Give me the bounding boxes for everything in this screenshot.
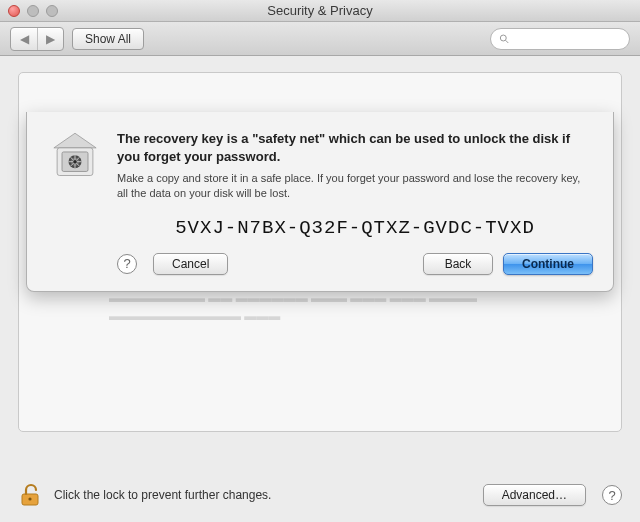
recovery-key-value: 5VXJ-N7BX-Q32F-QTXZ-GVDC-TVXD [117,217,593,239]
traffic-lights [8,5,58,17]
safe-icon [47,130,103,275]
svg-point-3 [28,497,31,500]
lock-hint-text: Click the lock to prevent further change… [54,488,271,502]
sheet-body: The recovery key is a "safety net" which… [117,130,593,275]
back-step-button[interactable]: Back [423,253,493,275]
footer: Click the lock to prevent further change… [18,482,622,508]
close-window-button[interactable] [8,5,20,17]
svg-point-0 [500,35,506,41]
back-button[interactable]: ◀ [11,28,37,50]
main-content: Turn On FileVault ▬▬▬▬▬ ▬▬▬ ▬▬▬▬ ▬▬▬ ▬▬▬… [0,56,640,522]
recovery-key-sheet: The recovery key is a "safety net" which… [26,112,614,292]
advanced-button[interactable]: Advanced… [483,484,586,506]
search-icon [499,33,510,45]
sheet-subtext: Make a copy and store it in a safe place… [117,171,593,201]
show-all-button[interactable]: Show All [72,28,144,50]
help-button[interactable]: ? [602,485,622,505]
nav-segmented: ◀ ▶ [10,27,64,51]
sheet-button-row: ? Cancel Back Continue [117,253,593,275]
toolbar: ◀ ▶ Show All [0,22,640,56]
window-titlebar: Security & Privacy [0,0,640,22]
forward-button[interactable]: ▶ [37,28,63,50]
svg-point-13 [73,160,77,164]
minimize-window-button[interactable] [27,5,39,17]
search-field[interactable] [490,28,630,50]
sheet-heading: The recovery key is a "safety net" which… [117,130,593,165]
svg-marker-4 [54,133,96,148]
zoom-window-button[interactable] [46,5,58,17]
window-title: Security & Privacy [0,3,640,18]
search-input[interactable] [514,32,621,46]
cancel-button[interactable]: Cancel [153,253,228,275]
continue-button[interactable]: Continue [503,253,593,275]
lock-icon[interactable] [18,482,44,508]
sheet-help-button[interactable]: ? [117,254,137,274]
svg-line-1 [506,40,509,43]
